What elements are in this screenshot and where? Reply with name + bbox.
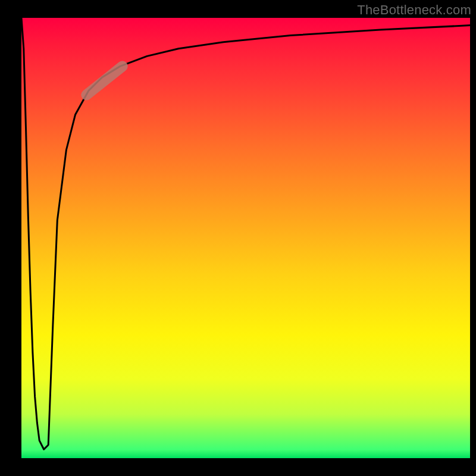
chart-frame-right [470,0,476,476]
chart-frame-left [0,0,21,476]
bottleneck-curve [21,18,470,449]
watermark-text: TheBottleneck.com [357,2,471,18]
curve-highlight-marker [86,66,122,95]
chart-svg [21,18,470,458]
chart-plot-area [21,18,470,458]
chart-frame-bottom [0,458,476,476]
